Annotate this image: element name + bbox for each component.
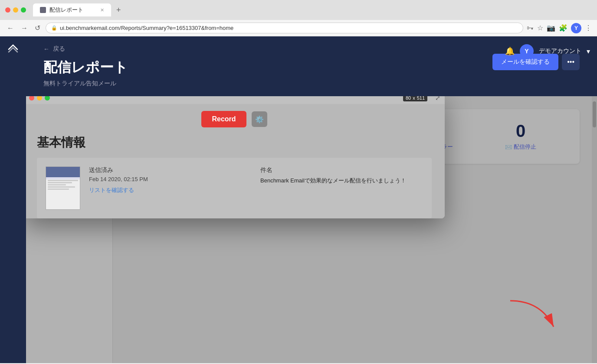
sidebar — [0, 36, 26, 363]
url-text: ui.benchmarkemail.com/Reports/Summary?e=… — [60, 25, 233, 31]
menu-icon[interactable]: ⋮ — [585, 24, 592, 32]
back-nav[interactable]: ← 戻る — [43, 45, 128, 53]
content-area: 基本情報 レポート詳細 リンククリック 開封マップ 16 — [26, 96, 597, 363]
popup-window: 80 x 511 ⤢ Record ⚙️ 基本情報 — [26, 96, 445, 218]
app-layout: ← 戻る 配信レポート 無料トライアル告知メール メールを確認する ••• 🔔 … — [0, 36, 597, 363]
browser-user-avatar[interactable]: Y — [571, 23, 581, 33]
header-left: ← 戻る 配信レポート 無料トライアル告知メール — [43, 45, 128, 88]
user-avatar[interactable]: Y — [520, 44, 534, 58]
email-list-link[interactable]: リストを確認する — [89, 187, 134, 193]
user-name: デモアカウント — [539, 47, 581, 55]
page-header: ← 戻る 配信レポート 無料トライアル告知メール メールを確認する ••• 🔔 … — [26, 36, 597, 96]
user-nav-area: 🔔 Y デモアカウント ▾ — [498, 41, 597, 62]
email-thumb-body — [46, 177, 80, 192]
star-icon[interactable]: ☆ — [537, 24, 543, 32]
popup-content: Record ⚙️ 基本情報 — [26, 104, 445, 218]
gear-icon: ⚙️ — [255, 115, 264, 124]
popup-section-title: 基本情報 — [26, 134, 445, 158]
email-thumbnail-inner — [46, 167, 80, 209]
main-content: ← 戻る 配信レポート 無料トライアル告知メール メールを確認する ••• 🔔 … — [26, 36, 597, 363]
back-arrow-icon: ← — [43, 46, 49, 52]
popup-size-width: 80 — [406, 96, 411, 101]
email-thumb-line-3 — [48, 184, 66, 185]
extensions-icon[interactable]: 🧩 — [559, 24, 567, 32]
email-thumb-line-1 — [48, 180, 78, 181]
email-thumb-header — [46, 167, 80, 177]
email-status: 送信済み — [89, 166, 252, 174]
popup-size-height: 511 — [417, 96, 425, 101]
page-title: 配信レポート — [43, 58, 128, 77]
tab-bar: 配信レポート ✕ + — [33, 3, 592, 16]
notification-icon[interactable]: 🔔 — [505, 46, 515, 56]
email-subject-value: Benchmark Emailで効果的なメール配信を行いましょう！ — [260, 177, 423, 185]
nav-icons: 🗝 ☆ 📷 🧩 Y ⋮ — [527, 23, 592, 33]
popup-minimize-btn[interactable] — [37, 96, 42, 101]
email-thumb-line-5 — [48, 188, 69, 190]
record-bar: Record ⚙️ — [26, 104, 445, 134]
fullscreen-traffic-light[interactable] — [21, 7, 26, 13]
forward-button[interactable]: → — [19, 23, 30, 33]
settings-icon-button[interactable]: ⚙️ — [252, 111, 267, 127]
address-bar[interactable]: 🔒 ui.benchmarkemail.com/Reports/Summary?… — [46, 23, 523, 33]
browser-chrome: 配信レポート ✕ + ← → ↺ 🔒 ui.benchmarkemail.com… — [0, 0, 597, 36]
email-info-card: 送信済み Feb 14 2020, 02:15 PM リストを確認する 件名 B… — [37, 158, 432, 218]
email-subject-section: 件名 Benchmark Emailで効果的なメール配信を行いましょう！ — [260, 166, 423, 185]
arrow-svg — [506, 296, 562, 335]
popup-fullscreen-btn[interactable] — [45, 96, 50, 101]
refresh-button[interactable]: ↺ — [33, 23, 42, 33]
user-dropdown-icon[interactable]: ▾ — [587, 47, 590, 55]
new-tab-button[interactable]: + — [113, 6, 125, 15]
sidebar-logo — [7, 43, 19, 58]
traffic-lights — [5, 7, 26, 13]
popup-size-x: x — [413, 96, 415, 101]
popup-titlebar: 80 x 511 ⤢ — [26, 96, 445, 104]
browser-titlebar: 配信レポート ✕ + — [0, 0, 597, 20]
lock-icon: 🔒 — [51, 25, 57, 31]
email-date: Feb 14 2020, 02:15 PM — [89, 176, 252, 182]
tab-close-btn[interactable]: ✕ — [100, 7, 104, 13]
camera-icon[interactable]: 📷 — [547, 24, 555, 32]
popup-size-indicator: 80 x 511 — [403, 96, 427, 101]
back-button[interactable]: ← — [5, 23, 16, 33]
arrow-indicator — [506, 296, 562, 337]
email-thumbnail — [46, 166, 80, 210]
email-subject-label: 件名 — [260, 166, 423, 174]
record-button[interactable]: Record — [201, 111, 246, 127]
close-traffic-light[interactable] — [5, 7, 10, 13]
popup-close-btn[interactable] — [29, 96, 34, 101]
browser-nav: ← → ↺ 🔒 ui.benchmarkemail.com/Reports/Su… — [0, 20, 597, 36]
key-icon[interactable]: 🗝 — [527, 24, 534, 32]
popup-traffic-lights — [29, 96, 50, 101]
tab-title: 配信レポート — [49, 6, 83, 14]
email-thumb-line-4 — [48, 186, 75, 188]
minimize-traffic-light[interactable] — [13, 7, 18, 13]
page-subtitle: 無料トライアル告知メール — [43, 80, 128, 88]
tab-favicon — [40, 7, 46, 13]
back-label: 戻る — [53, 45, 65, 53]
active-tab[interactable]: 配信レポート ✕ — [33, 3, 111, 16]
popup-fullscreen-icon[interactable]: ⤢ — [435, 96, 440, 101]
email-thumb-line-2 — [48, 182, 72, 183]
email-details: 送信済み Feb 14 2020, 02:15 PM リストを確認する — [89, 166, 252, 194]
